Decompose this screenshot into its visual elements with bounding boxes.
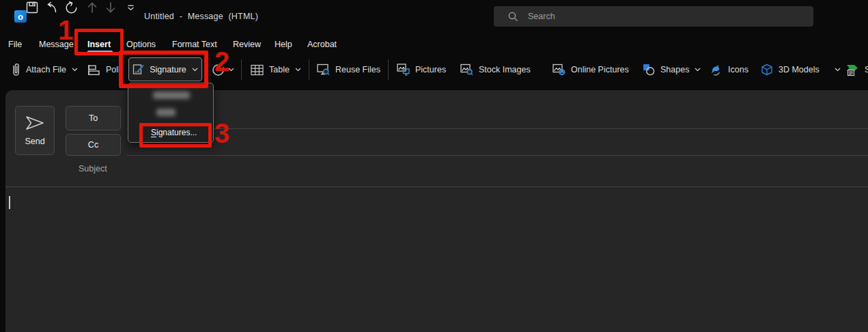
down-arrow-icon (105, 1, 116, 14)
up-arrow-icon (87, 1, 98, 14)
redo-button[interactable] (64, 0, 79, 15)
shapes-label: Shapes (660, 65, 689, 74)
tab-options[interactable]: Options (126, 38, 156, 51)
poll-icon (87, 64, 100, 77)
shapes-icon (643, 64, 655, 76)
attach-file-button[interactable]: Attach File (11, 61, 78, 79)
stock-images-icon (460, 64, 473, 76)
chevron-down-icon (72, 68, 78, 72)
tab-format-text[interactable]: Format Text (172, 38, 217, 51)
icons-button[interactable]: Icons (709, 61, 748, 79)
reuse-files-icon (317, 64, 330, 76)
subject-input[interactable] (128, 156, 866, 186)
3d-models-button[interactable]: 3D Models (761, 61, 841, 79)
ribbon-divider (241, 59, 242, 80)
online-pictures-button[interactable]: Online Pictures (552, 61, 629, 79)
paperclip-icon (11, 63, 20, 77)
attach-file-label: Attach File (26, 65, 66, 74)
tab-review[interactable]: Review (233, 38, 261, 51)
send-plane-icon (25, 115, 45, 131)
pictures-label: Pictures (415, 65, 446, 74)
ribbon-divider (388, 59, 389, 80)
chevron-down-icon (295, 68, 301, 72)
move-up-button[interactable] (85, 0, 100, 15)
cc-field-underline (127, 155, 868, 156)
undo-icon (45, 1, 58, 14)
smartart-icon (845, 63, 859, 77)
stock-images-button[interactable]: Stock Images (460, 61, 531, 79)
customize-toolbar-icon (127, 5, 135, 11)
tab-acrobat[interactable]: Acrobat (307, 38, 337, 51)
text-cursor (9, 196, 10, 209)
subject-label: Subject (79, 164, 107, 174)
cc-button[interactable]: Cc (66, 134, 121, 156)
chevron-down-icon (695, 68, 701, 72)
undo-button[interactable] (44, 0, 59, 15)
shapes-button[interactable]: Shapes (643, 61, 701, 79)
icons-bird-icon (709, 64, 723, 76)
to-label: To (89, 113, 98, 123)
stock-images-label: Stock Images (479, 65, 531, 74)
annotation-number-1: 1 (58, 16, 73, 44)
tab-help[interactable]: Help (275, 38, 292, 51)
table-icon (251, 64, 264, 76)
pictures-icon (397, 64, 410, 76)
ribbon-divider (309, 59, 309, 80)
online-pictures-icon (552, 64, 565, 76)
send-button[interactable]: Send (15, 106, 55, 155)
3d-models-label: 3D Models (779, 65, 820, 74)
tab-file[interactable]: File (8, 38, 22, 51)
customize-quick-access-button[interactable] (123, 0, 138, 15)
annotation-box-step2 (119, 51, 208, 88)
smartart-button[interactable]: S (845, 61, 868, 79)
search-bar[interactable] (494, 6, 813, 27)
message-body-editor[interactable] (5, 187, 868, 332)
online-pictures-label: Online Pictures (571, 65, 629, 74)
reuse-files-button[interactable]: Reuse Files (317, 61, 380, 79)
smartart-label-truncated: S (865, 65, 868, 74)
outlook-message-window: o (0, 0, 868, 332)
to-button[interactable]: To (66, 106, 121, 130)
search-icon (508, 12, 518, 22)
cc-input[interactable] (128, 130, 866, 154)
chevron-down-icon (835, 68, 841, 72)
save-icon (26, 1, 38, 14)
cc-label: Cc (88, 140, 98, 150)
redacted-menu-item[interactable] (153, 92, 190, 99)
redo-icon (65, 1, 78, 14)
save-button[interactable] (25, 0, 40, 15)
window-title: Untitled - Message (HTML) (144, 12, 258, 21)
send-label: Send (25, 137, 44, 146)
move-down-button[interactable] (103, 0, 118, 15)
annotation-number-2: 2 (214, 48, 229, 75)
search-input[interactable] (527, 11, 775, 22)
reuse-files-label: Reuse Files (335, 65, 380, 74)
redacted-menu-item[interactable] (156, 109, 176, 116)
poll-label: Poll (106, 65, 120, 74)
table-button[interactable]: Table (251, 61, 301, 79)
annotation-box-step1 (74, 29, 124, 55)
annotation-box-step3 (139, 123, 212, 148)
table-label: Table (269, 65, 290, 74)
icons-label: Icons (728, 65, 748, 74)
pictures-button[interactable]: Pictures (397, 61, 446, 79)
to-input[interactable] (128, 92, 866, 128)
poll-button[interactable]: Poll (87, 61, 120, 79)
3d-cube-icon (761, 64, 773, 77)
annotation-number-3: 3 (214, 120, 229, 147)
to-field-underline (127, 128, 868, 129)
